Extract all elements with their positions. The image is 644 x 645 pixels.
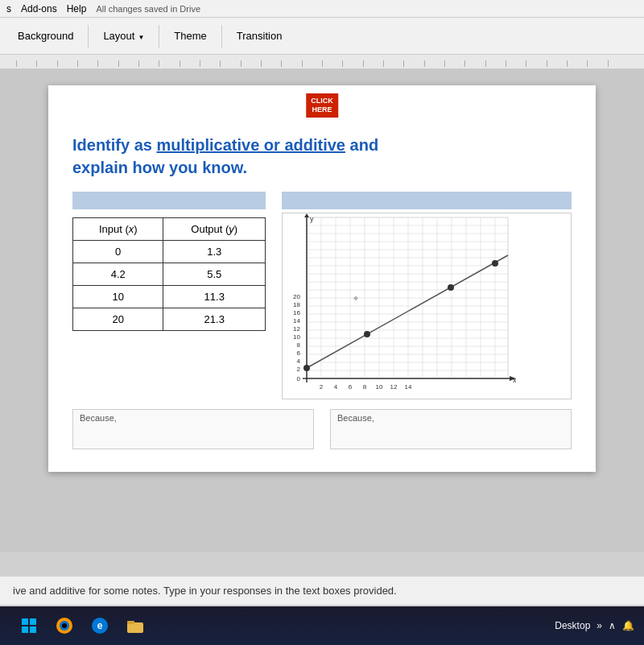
chevron-up-icon[interactable]: ∧ xyxy=(609,620,616,631)
layout-label: Layout xyxy=(103,30,134,42)
cell-y-3: 21.3 xyxy=(163,308,266,331)
graph-title-box[interactable] xyxy=(282,192,572,209)
autosave-status: All changes saved in Drive xyxy=(96,4,200,14)
bottom-note-bar: ive and additive for some notes. Type in… xyxy=(0,577,644,605)
svg-point-60 xyxy=(448,284,454,291)
menu-item-help[interactable]: Help xyxy=(67,3,87,14)
table-header-row: Input (x) Output (y) xyxy=(73,218,266,241)
svg-text:16: 16 xyxy=(293,309,300,316)
title-line2: explain how you know. xyxy=(72,159,247,176)
layout-button[interactable]: Layout xyxy=(93,25,154,47)
svg-text:18: 18 xyxy=(293,301,300,308)
title-underlined: multiplicative or additive xyxy=(156,136,345,154)
svg-text:y: y xyxy=(310,215,314,223)
menu-item-addons[interactable]: Add-ons xyxy=(21,3,57,14)
because-row: Because, Because, xyxy=(72,409,572,449)
cell-y-0: 1.3 xyxy=(163,241,266,263)
col-header-y: Output (y) xyxy=(163,218,266,241)
bottom-note-text: ive and additive for some notes. Type in… xyxy=(13,585,397,597)
svg-text:20: 20 xyxy=(293,293,300,300)
svg-text:8: 8 xyxy=(297,341,301,349)
svg-text:✥: ✥ xyxy=(353,296,358,301)
ruler-marks xyxy=(0,56,644,67)
theme-label: Theme xyxy=(174,30,206,42)
presentation-toolbar: Background Layout Theme Transition xyxy=(0,18,644,55)
cell-x-2: 10 xyxy=(73,286,163,308)
top-menu-bar: s Add-ons Help All changes saved in Driv… xyxy=(0,0,644,18)
presentation-slide: CLICK HERE Identify as multiplicative or… xyxy=(48,85,596,472)
desktop-label: Desktop xyxy=(555,620,590,631)
svg-text:10: 10 xyxy=(293,333,300,341)
click-here-badge[interactable]: CLICK HERE xyxy=(306,93,338,118)
cell-x-1: 4.2 xyxy=(73,263,163,286)
theme-button[interactable]: Theme xyxy=(164,25,216,47)
because-box-right[interactable]: Because, xyxy=(330,409,572,449)
notification-icon: 🔔 xyxy=(622,620,634,631)
svg-rect-64 xyxy=(30,618,36,625)
svg-rect-66 xyxy=(30,626,36,633)
firefox-icon[interactable] xyxy=(52,613,77,639)
svg-text:2: 2 xyxy=(320,383,324,391)
toolbar-divider-3 xyxy=(221,25,222,48)
because-label-right: Because, xyxy=(337,413,374,423)
svg-text:8: 8 xyxy=(363,383,367,391)
transition-label: Transition xyxy=(237,30,283,42)
svg-text:6: 6 xyxy=(349,383,353,391)
graph-svg: 0 2 4 6 8 10 12 14 16 18 20 2 4 xyxy=(283,213,516,399)
slide-title: Identify as multiplicative or additive a… xyxy=(72,134,572,179)
table-row: 4.2 5.5 xyxy=(73,263,266,286)
table-input-box[interactable] xyxy=(72,192,266,209)
table-row: 10 11.3 xyxy=(73,286,266,308)
layout-chevron-icon xyxy=(138,30,144,42)
right-column: 0 2 4 6 8 10 12 14 16 18 20 2 4 xyxy=(282,192,572,399)
click-here-line1: CLICK xyxy=(311,97,333,105)
content-row: Input (x) Output (y) 0 1.3 4.2 5.5 xyxy=(72,192,572,399)
svg-text:0: 0 xyxy=(297,375,301,382)
because-box-left[interactable]: Because, xyxy=(72,409,314,449)
windows-icon[interactable] xyxy=(16,613,42,639)
background-label: Background xyxy=(18,30,73,42)
menu-item-s[interactable]: s xyxy=(6,3,11,14)
svg-rect-65 xyxy=(22,626,28,633)
taskbar: e Desktop » ∧ 🔔 xyxy=(0,606,644,645)
left-column: Input (x) Output (y) 0 1.3 4.2 5.5 xyxy=(72,192,266,399)
toolbar-divider-2 xyxy=(159,25,159,48)
background-button[interactable]: Background xyxy=(8,25,83,47)
click-here-line2: HERE xyxy=(311,105,333,114)
svg-rect-73 xyxy=(127,621,134,624)
svg-text:6: 6 xyxy=(297,349,301,357)
edge-icon[interactable]: e xyxy=(87,613,113,639)
svg-marker-36 xyxy=(304,213,309,217)
taskbar-right: Desktop » ∧ 🔔 xyxy=(555,620,634,631)
col-header-x: Input (x) xyxy=(73,218,163,241)
cell-x-3: 20 xyxy=(73,308,163,331)
main-content-area: CLICK HERE Identify as multiplicative or… xyxy=(0,69,644,552)
svg-text:12: 12 xyxy=(293,325,300,333)
more-icon: » xyxy=(597,620,602,631)
transition-button[interactable]: Transition xyxy=(227,25,292,47)
cell-x-0: 0 xyxy=(73,241,163,263)
svg-text:4: 4 xyxy=(297,358,301,365)
svg-point-61 xyxy=(492,260,498,267)
svg-text:4: 4 xyxy=(334,383,338,391)
svg-text:14: 14 xyxy=(293,317,300,325)
svg-point-59 xyxy=(364,331,370,337)
data-table: Input (x) Output (y) 0 1.3 4.2 5.5 xyxy=(72,217,266,331)
because-label-left: Because, xyxy=(80,413,117,423)
svg-rect-63 xyxy=(22,618,28,625)
folder-icon[interactable] xyxy=(122,613,148,639)
table-row: 20 21.3 xyxy=(73,308,266,331)
svg-text:14: 14 xyxy=(405,383,412,391)
svg-point-69 xyxy=(62,623,67,628)
svg-text:12: 12 xyxy=(390,383,398,391)
svg-text:2: 2 xyxy=(297,366,301,373)
svg-text:10: 10 xyxy=(376,383,383,391)
taskbar-icons: e xyxy=(16,613,148,639)
table-row: 0 1.3 xyxy=(73,241,266,263)
title-part1: Identify as xyxy=(72,136,156,154)
cell-y-1: 5.5 xyxy=(163,263,266,286)
svg-text:e: e xyxy=(97,620,103,631)
cell-y-2: 11.3 xyxy=(163,286,266,308)
graph-container: 0 2 4 6 8 10 12 14 16 18 20 2 4 xyxy=(282,213,572,399)
svg-text:x: x xyxy=(513,376,516,384)
